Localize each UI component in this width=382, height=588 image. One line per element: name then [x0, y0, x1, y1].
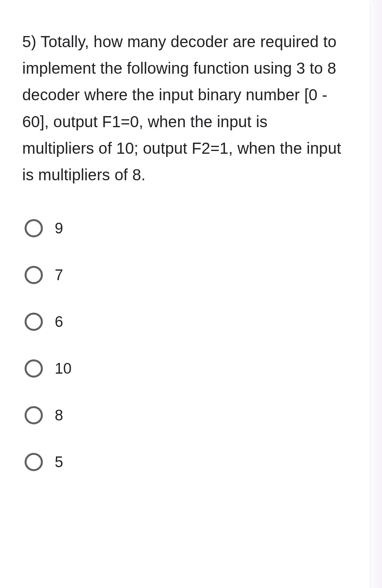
radio-icon — [25, 313, 43, 331]
radio-icon — [25, 219, 43, 237]
question-card: 5) Totally, how many decoder are require… — [0, 0, 365, 487]
option-label: 9 — [55, 220, 63, 237]
option-row[interactable]: 9 — [25, 219, 343, 237]
options-group: 9 7 6 10 8 5 — [22, 219, 343, 471]
radio-icon — [25, 453, 43, 471]
radio-icon — [25, 359, 43, 378]
option-row[interactable]: 5 — [25, 453, 343, 471]
option-label: 10 — [55, 360, 71, 377]
option-label: 6 — [55, 313, 63, 330]
radio-icon — [25, 406, 43, 424]
option-row[interactable]: 7 — [25, 266, 343, 284]
radio-icon — [25, 266, 43, 284]
option-row[interactable]: 6 — [25, 313, 343, 331]
question-text: 5) Totally, how many decoder are require… — [22, 29, 343, 188]
option-row[interactable]: 10 — [25, 359, 343, 378]
page-edge-decoration — [370, 0, 382, 588]
option-label: 7 — [55, 267, 63, 284]
option-label: 8 — [55, 407, 63, 424]
option-label: 5 — [55, 454, 63, 471]
option-row[interactable]: 8 — [25, 406, 343, 424]
